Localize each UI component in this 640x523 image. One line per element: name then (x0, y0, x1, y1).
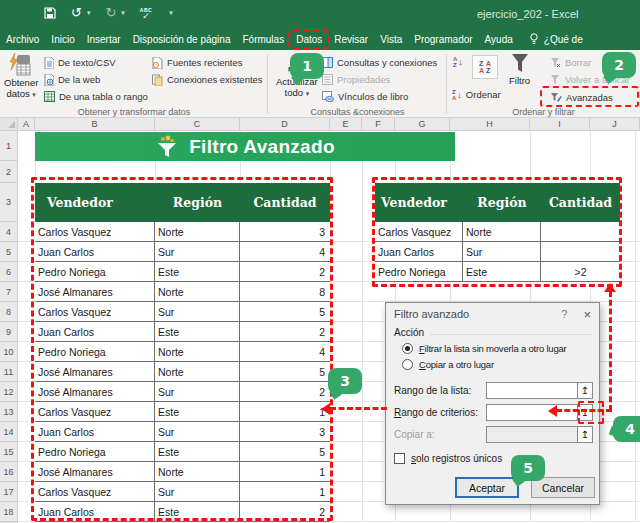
row-header-2[interactable]: 2 (0, 161, 17, 183)
row-header-7[interactable]: 7 (0, 282, 17, 302)
filtro-button[interactable]: Filtro (509, 52, 530, 87)
row-header-13[interactable]: 13 (0, 402, 17, 422)
group-label-obtener-y-transformar-datos: Obtener y transformar datos (0, 107, 268, 117)
list-range-collapse-button[interactable]: ↥ (577, 382, 593, 399)
criteria-range-row: Rango de criterios: ↥ (386, 401, 599, 423)
radio-copy-to-location[interactable]: Copiar a otro lugar (386, 359, 599, 370)
section-rule (430, 334, 591, 335)
ribbon-item-consultas-y-conexiones[interactable]: Consultas y conexiones (322, 56, 437, 69)
column-header-b[interactable]: B (35, 118, 155, 130)
tab-revisar[interactable]: Revisar (328, 28, 374, 50)
obtener-datos-button[interactable]: Obtener datos ▾ (4, 52, 38, 100)
row-header-15[interactable]: 15 (0, 442, 17, 462)
row-header-8[interactable]: 8 (0, 302, 17, 322)
step-badge-5: 5 (511, 455, 545, 481)
criteria-collapse-highlight-rectangle (578, 401, 604, 424)
tab-programador[interactable]: Programador (408, 28, 478, 50)
tab-vista[interactable]: Vista (374, 28, 408, 50)
column-header-e[interactable]: E (330, 118, 362, 130)
copy-to-input (486, 426, 578, 443)
tab-datos[interactable]: Datos (290, 28, 328, 50)
ribbon-item-de-la-web[interactable]: De la web (44, 73, 100, 86)
tab-ayuda[interactable]: Ayuda (479, 28, 519, 50)
redo-caret-icon[interactable]: ▾ (121, 9, 125, 17)
radio-unselected-icon[interactable] (402, 359, 413, 370)
tab-inicio[interactable]: Inicio (45, 28, 80, 50)
filter-funnel-icon (510, 52, 530, 76)
column-header-j[interactable]: J (590, 118, 640, 130)
select-all-corner[interactable] (0, 118, 18, 130)
radio-selected-icon[interactable] (402, 343, 413, 354)
tell-me-search[interactable]: ¿Qué de (519, 28, 583, 50)
row-header-16[interactable]: 16 (0, 462, 17, 482)
row-header-3[interactable]: 3 (0, 183, 17, 222)
row-header-14[interactable]: 14 (0, 422, 17, 442)
tab-fórmulas[interactable]: Fórmulas (236, 28, 290, 50)
row-header-6[interactable]: 6 (0, 262, 17, 282)
step-badge-1: 1 (290, 53, 324, 79)
radio-filter-in-place[interactable]: Filtrar la lista sin moverla a otro luga… (386, 343, 599, 354)
column-header-i[interactable]: I (530, 118, 590, 130)
dialog-help-icon[interactable]: ? (561, 308, 567, 320)
existing-connections-icon (152, 74, 163, 86)
row-header-4[interactable]: 4 (0, 222, 17, 242)
redo-icon[interactable]: ↻ (105, 6, 116, 20)
copy-to-collapse-button[interactable]: ↥ (577, 426, 593, 443)
row-header-10[interactable]: 10 (0, 342, 17, 362)
copy-to-row: Copiar a: ↥ (386, 423, 599, 445)
column-header-a[interactable]: A (18, 118, 35, 130)
column-header-d[interactable]: D (240, 118, 330, 130)
aceptar-button[interactable]: Aceptar (455, 477, 519, 498)
column-header-g[interactable]: G (395, 118, 450, 130)
row-header-18[interactable]: 18 (0, 502, 17, 522)
ribbon-item-ordenar[interactable]: ZA↓ Ordenar (452, 88, 501, 101)
sort-dialog-icon[interactable]: ZA AZ (472, 55, 498, 79)
list-range-input[interactable] (486, 382, 578, 399)
tab-insertar[interactable]: Insertar (81, 28, 127, 50)
column-header-h[interactable]: H (450, 118, 530, 130)
action-section-label: Acción (394, 327, 424, 338)
undo-icon[interactable]: ↺ (71, 6, 82, 20)
text-csv-file-icon (44, 57, 54, 69)
row-header-9[interactable]: 9 (0, 322, 17, 342)
criteria-table-highlight-rectangle (372, 177, 622, 287)
reapply-filter-icon (550, 74, 561, 85)
tab-disposición-de-página[interactable]: Disposición de página (127, 28, 237, 50)
tab-archivo[interactable]: Archivo (0, 28, 45, 50)
spelling-icon[interactable]: ABC ✓ (140, 7, 152, 19)
row-header-11[interactable]: 11 (0, 362, 17, 382)
radio-copy-label: Copiar a otro lugar (419, 359, 494, 370)
row-header-5[interactable]: 5 (0, 242, 17, 262)
group-label-ordenar-y-filtrar: Ordenar y filtrar (447, 107, 640, 117)
criteria-range-input[interactable] (486, 404, 578, 421)
row-headers: 123456789101112131415161718 (0, 131, 18, 523)
vinculos-de-libro-label: Vínculos de libro (338, 91, 408, 102)
row-header-17[interactable]: 17 (0, 482, 17, 502)
action-section: Acción (386, 325, 599, 338)
ribbon-item-conexiones-existentes[interactable]: Conexiones existentes (152, 73, 263, 86)
ribbon-item-fuentes-recientes[interactable]: Fuentes recientes (152, 56, 243, 69)
title-bar: ↺ ▾ ↻ ▾ ABC ✓ ▾ ejercicio_202 - Excel (0, 0, 640, 28)
dialog-close-icon[interactable]: × (583, 307, 591, 322)
sort-az-ascending-icon[interactable]: AZ↓ (453, 56, 463, 68)
table-range-icon (44, 91, 55, 102)
ribbon-item-de-texto-csv[interactable]: De texto/CSV (44, 56, 116, 69)
row-header-12[interactable]: 12 (0, 382, 17, 402)
customize-qat-icon[interactable]: ▾ (169, 9, 173, 17)
unique-records-checkbox-row[interactable]: solo registros únicos (386, 453, 599, 464)
group-label-consultas-conexiones: Consultas &conexiones (268, 107, 447, 117)
ribbon-item-vinculos-de-libro[interactable]: Vínculos de libro (322, 90, 408, 103)
row-header-1[interactable]: 1 (0, 131, 17, 161)
copy-to-label: Copiar a: (394, 429, 486, 440)
spelling-check-glyph: ✓ (142, 13, 150, 19)
column-header-c[interactable]: C (155, 118, 240, 130)
column-header-f[interactable]: F (362, 118, 395, 130)
save-icon[interactable] (44, 7, 56, 19)
web-file-icon (44, 74, 54, 86)
checkbox-unchecked-icon[interactable] (394, 453, 405, 464)
gridline (635, 131, 636, 522)
dialog-title-bar[interactable]: Filtro avanzado ? × (386, 303, 599, 325)
undo-caret-icon[interactable]: ▾ (87, 9, 91, 17)
ribbon-item-de-una-tabla-o-rango[interactable]: De una tabla o rango (44, 90, 148, 103)
dialog-buttons: Aceptar Cancelar (386, 477, 599, 498)
